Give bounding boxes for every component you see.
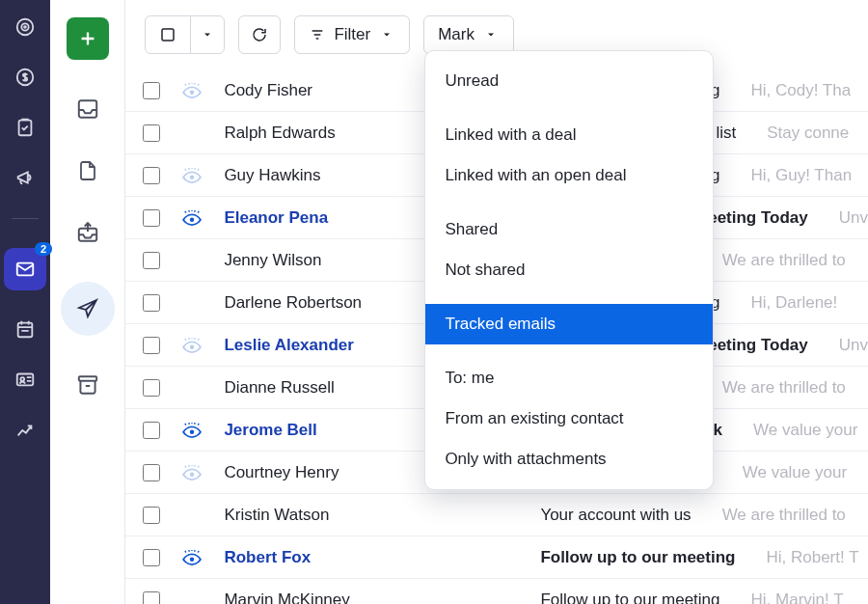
outbox-icon[interactable] [75,220,100,245]
email-subject: Follow up to our meeting [540,590,719,605]
email-preview: Stay conne [767,124,849,143]
checkbox-empty-icon [159,26,176,43]
tracked-eye-icon [181,83,203,98]
row-checkbox[interactable] [143,337,160,354]
filter-menu-item[interactable]: Shared [425,209,713,250]
tracked-cell [177,210,206,226]
inbox-icon[interactable] [75,96,100,122]
menu-separator [425,344,713,358]
filter-menu-item[interactable]: Only with attachments [425,439,713,480]
svg-point-8 [20,377,24,381]
filter-menu-item[interactable]: From an existing contact [425,398,713,439]
compose-button[interactable] [67,17,109,60]
email-sender: Robert Fox [224,548,523,567]
tracked-cell [177,168,206,183]
send-button[interactable] [61,282,115,336]
row-checkbox[interactable] [143,167,160,184]
select-all-dropdown[interactable] [190,15,225,54]
svg-point-16 [190,344,194,348]
email-preview: Hi, Robert! T [766,548,858,567]
email-row[interactable]: Robert FoxFollow up to our meetingHi, Ro… [125,536,868,579]
filter-button[interactable]: Filter [294,15,410,54]
mail-badge: 2 [35,242,52,256]
tracked-eye-icon [181,210,203,226]
filter-menu-item[interactable]: Tracked emails [425,304,713,344]
megaphone-icon[interactable] [14,166,37,189]
paper-plane-icon [75,296,100,321]
mark-button-label: Mark [438,25,475,44]
svg-rect-7 [17,374,34,386]
refresh-button[interactable] [238,15,281,54]
mail-subnav [50,0,125,604]
row-checkbox[interactable] [143,507,160,524]
tracked-cell [177,550,206,565]
row-checkbox[interactable] [143,549,160,566]
email-subject: Follow up to our meeting [540,548,735,567]
row-checkbox[interactable] [143,209,160,227]
email-preview: Unv [839,336,868,355]
tracked-cell [177,423,206,438]
row-checkbox[interactable] [143,252,160,269]
clipboard-check-icon[interactable] [14,116,37,139]
nav-mail-active[interactable]: 2 [4,248,46,290]
tracked-cell [177,338,206,353]
refresh-icon [251,26,268,43]
row-checkbox[interactable] [143,124,160,142]
nav-divider [12,218,39,219]
svg-point-14 [190,175,194,178]
email-preview: Unv [839,208,868,228]
main-pane: Filter Mark Cody FisherFollow up to our … [125,0,868,604]
filter-dropdown: UnreadLinked with a dealLinked with an o… [424,50,714,490]
email-sender: Kristin Watson [224,506,523,525]
svg-point-13 [190,90,194,94]
file-icon[interactable] [75,158,100,183]
chart-line-icon[interactable] [14,418,37,441]
row-checkbox[interactable] [143,464,160,481]
email-preview: Hi, Guy! Than [751,166,853,185]
mail-icon [14,258,37,281]
email-preview: Hi, Darlene! [751,293,838,313]
dollar-icon[interactable] [14,66,37,89]
caret-down-icon [482,26,500,43]
filter-menu-item[interactable]: To: me [425,358,713,398]
select-all-checkbox[interactable] [145,15,191,54]
svg-point-2 [24,26,26,28]
row-checkbox[interactable] [143,294,160,312]
filter-menu-item[interactable]: Unread [425,61,713,101]
tracked-eye-icon [181,465,203,480]
filter-menu-item[interactable]: Linked with a deal [425,115,713,155]
email-preview: Hi, Marvin! T [751,590,844,605]
row-checkbox[interactable] [143,82,160,99]
calendar-icon[interactable] [14,317,37,341]
tracked-eye-icon [181,423,203,438]
row-checkbox[interactable] [143,591,160,605]
target-icon[interactable] [14,15,37,39]
filter-menu-item[interactable]: Linked with an open deal [425,155,713,196]
menu-separator [425,290,713,304]
filter-menu-item[interactable]: Not shared [425,250,713,290]
tracked-eye-icon [181,338,203,353]
archive-icon[interactable] [75,372,100,398]
svg-point-15 [190,217,194,221]
svg-rect-11 [79,376,96,380]
row-checkbox[interactable] [143,422,160,439]
mark-button[interactable]: Mark [423,15,514,54]
filter-button-label: Filter [334,25,370,44]
menu-separator [425,101,713,115]
svg-point-19 [190,557,194,561]
tracked-cell [177,465,206,480]
svg-rect-9 [79,100,96,117]
row-checkbox[interactable] [143,379,160,397]
svg-point-18 [190,472,194,476]
select-all-group [145,15,225,54]
contact-card-icon[interactable] [14,368,37,391]
caret-down-icon [199,26,216,43]
tracked-eye-icon [181,168,203,183]
svg-point-17 [190,429,194,433]
email-row[interactable]: Marvin McKinneyFollow up to our meetingH… [125,579,868,604]
email-row[interactable]: Kristin WatsonYour account with usWe are… [125,494,868,536]
caret-down-icon [378,26,395,43]
tracked-cell [177,83,206,98]
email-sender: Marvin McKinney [224,590,523,605]
primary-nav: 2 [0,0,50,604]
